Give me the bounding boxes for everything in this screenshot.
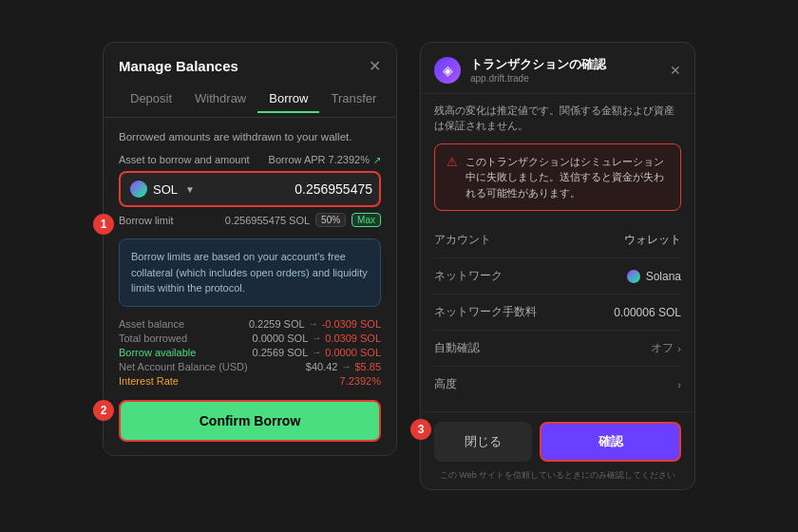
asset-input-box: SOL ▼ (119, 171, 381, 207)
borrow-limit-label: Borrow limit (119, 215, 173, 226)
footer-note: この Web サイトを信頼しているときにのみ確認してください (434, 469, 681, 482)
stat-label-total-borrowed: Total borrowed (119, 332, 187, 344)
tab-withdraw[interactable]: Withdraw (183, 86, 257, 113)
sol-icon (130, 180, 147, 198)
auto-confirm-chevron-icon: › (677, 343, 681, 354)
asset-field-label: Asset to borrow and amount (119, 154, 250, 165)
tabs-container: Deposit Withdraw Borrow Transfer (104, 82, 396, 118)
borrow-limit-values: 0.256955475 SOL 50% Max (225, 213, 381, 227)
stat-value-asset-balance: 0.2259 SOL → -0.0309 SOL (249, 318, 381, 330)
apr-label: Borrow APR 7.2392% ↗ (269, 154, 381, 165)
account-value: ウォレット (624, 232, 681, 248)
confirm-action-button[interactable]: 確認 (540, 422, 681, 462)
stat-label-asset-balance: Asset balance (119, 318, 184, 330)
right-body: 残高の変化は推定値です。関係する金額および資産は保証されません。 ⚠ このトラン… (421, 94, 694, 411)
network-fee-label: ネットワーク手数料 (434, 304, 537, 320)
tab-borrow[interactable]: Borrow (257, 86, 319, 113)
drift-logo-icon: ◈ (434, 57, 461, 84)
footer-buttons: 閉じる 確認 (434, 422, 681, 462)
close-button[interactable]: ✕ (369, 59, 381, 74)
info-row-network: ネットワーク Solana (434, 258, 681, 294)
asset-name: SOL (153, 182, 178, 197)
step-3-badge: 3 (410, 419, 431, 440)
amount-input[interactable] (206, 181, 372, 197)
borrow-limit-value: 0.256955475 SOL (225, 215, 310, 226)
info-row-advanced[interactable]: 高度 › (434, 367, 681, 402)
borrow-subtitle: Borrowed amounts are withdrawn to your w… (119, 131, 381, 142)
warning-box: ⚠ このトランザクションはシミュレーション中に失敗しました。送信すると資金が失わ… (434, 143, 681, 212)
panel-body: Borrowed amounts are withdrawn to your w… (104, 118, 396, 455)
info-box-text: Borrow limits are based on your account'… (131, 249, 369, 296)
auto-confirm-value[interactable]: オフ › (651, 340, 681, 356)
panel-title: Manage Balances (119, 58, 238, 74)
stat-value-interest-rate: 7.2392% (340, 375, 381, 387)
advanced-chevron: › (677, 379, 681, 390)
tab-deposit[interactable]: Deposit (119, 86, 183, 113)
left-panel: 1 2 Manage Balances ✕ Deposit Withdraw B… (103, 42, 397, 456)
apr-link-icon[interactable]: ↗ (373, 155, 381, 165)
borrow-max-badge[interactable]: Max (352, 213, 381, 227)
network-fee-value: 0.00006 SOL (614, 306, 681, 319)
stat-row-interest-rate: Interest Rate 7.2392% (119, 375, 381, 387)
warning-text: このトランザクションはシミュレーション中に失敗しました。送信すると資金が失われる… (466, 154, 669, 201)
info-row-account: アカウント ウォレット (434, 222, 681, 258)
stat-label-interest-rate: Interest Rate (119, 375, 179, 387)
right-panel: 3 ◈ トランザクションの確認 app.drift.trade ✕ 残高の変化は… (420, 42, 695, 490)
confirm-borrow-button[interactable]: Confirm Borrow (119, 400, 381, 442)
right-header-text: トランザクションの確認 app.drift.trade (470, 56, 660, 84)
auto-confirm-label: 自動確認 (434, 340, 480, 356)
asset-selector[interactable]: SOL ▼ (130, 180, 206, 198)
stats-section: Asset balance 0.2259 SOL → -0.0309 SOL T… (119, 318, 381, 387)
tab-transfer[interactable]: Transfer (319, 86, 388, 113)
right-header: ◈ トランザクションの確認 app.drift.trade ✕ (421, 43, 694, 94)
account-label: アカウント (434, 232, 491, 248)
stat-row-total-borrowed: Total borrowed 0.0000 SOL → 0.0309 SOL (119, 332, 381, 344)
right-panel-title: トランザクションの確認 (470, 56, 660, 73)
right-close-button[interactable]: ✕ (670, 63, 681, 78)
stat-row-net-balance: Net Account Balance (USD) $40.42 → $5.85 (119, 361, 381, 372)
borrow-limit-row: Borrow limit 0.256955475 SOL 50% Max (119, 213, 381, 227)
field-labels: Asset to borrow and amount Borrow APR 7.… (119, 154, 381, 165)
solana-logo-icon (627, 270, 640, 283)
stat-label-net-balance: Net Account Balance (USD) (119, 361, 248, 372)
right-panel-url: app.drift.trade (470, 73, 660, 84)
network-value: Solana (627, 270, 681, 283)
advanced-chevron-icon: › (677, 379, 681, 390)
stat-value-borrow-available: 0.2569 SOL → 0.0000 SOL (253, 347, 381, 358)
info-row-auto-confirm: 自動確認 オフ › (434, 331, 681, 367)
close-action-button[interactable]: 閉じる (434, 422, 532, 462)
stat-value-total-borrowed: 0.0000 SOL → 0.0309 SOL (253, 332, 381, 344)
asset-chevron-icon: ▼ (185, 184, 195, 195)
right-footer: 閉じる 確認 この Web サイトを信頼しているときにのみ確認してください (421, 411, 694, 489)
stat-row-asset-balance: Asset balance 0.2259 SOL → -0.0309 SOL (119, 318, 381, 330)
stat-value-net-balance: $40.42 → $5.85 (306, 361, 381, 372)
info-box: Borrow limits are based on your account'… (119, 238, 381, 307)
network-label: ネットワーク (434, 268, 503, 284)
panel-header: Manage Balances ✕ (104, 43, 396, 82)
borrow-pct-badge: 50% (315, 213, 346, 227)
info-row-network-fee: ネットワーク手数料 0.00006 SOL (434, 294, 681, 331)
right-subtitle: 残高の変化は推定値です。関係する金額および資産は保証されません。 (434, 104, 681, 134)
warning-icon: ⚠ (446, 155, 458, 201)
stat-label-borrow-available: Borrow available (119, 347, 196, 358)
advanced-label: 高度 (434, 376, 457, 392)
step-2-badge: 2 (93, 400, 114, 421)
stat-row-borrow-available: Borrow available 0.2569 SOL → 0.0000 SOL (119, 347, 381, 358)
